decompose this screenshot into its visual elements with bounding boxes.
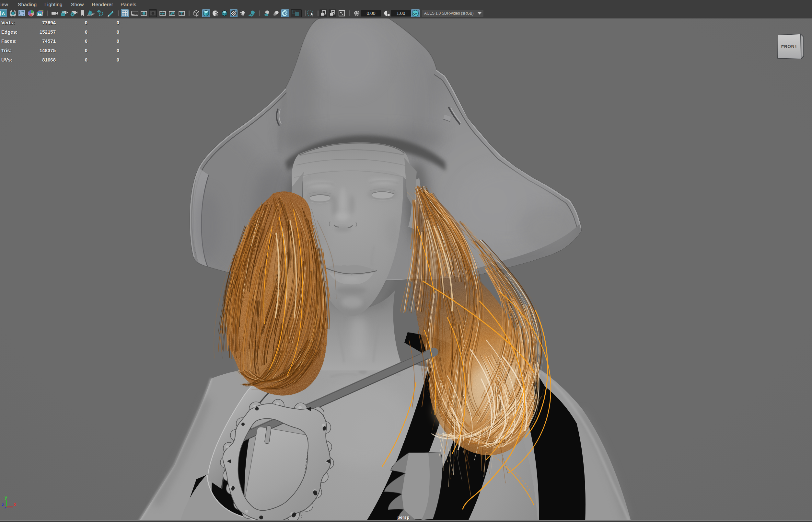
- lock-camera-icon[interactable]: [60, 9, 68, 17]
- hud-label: Verts:: [1, 20, 15, 25]
- view-cube-face-label: FRONT: [781, 44, 797, 49]
- region-select-icon[interactable]: [18, 9, 25, 17]
- hud-col3: 0: [97, 47, 119, 53]
- select-camera-icon[interactable]: [51, 9, 58, 17]
- letter-a-display-button[interactable]: A: [0, 9, 7, 17]
- wireframe-on-shaded-icon[interactable]: [212, 9, 219, 17]
- isolate-selected-icon[interactable]: [329, 9, 336, 17]
- toolbar-separator: [349, 11, 350, 16]
- panel-toolbar: AT0.001.00ONACES 1.0 SDR-video (sRGB): [0, 8, 812, 18]
- isolate-select-icon[interactable]: [320, 9, 327, 17]
- hud-col3: 0: [97, 20, 119, 25]
- hud-col2: 0: [65, 47, 88, 53]
- panel-top-bars: View Shading Lighting Show Renderer Pane…: [0, 0, 812, 18]
- field-chart-icon[interactable]: [159, 9, 167, 17]
- shaded-mode-button[interactable]: [202, 9, 210, 17]
- menu-show[interactable]: Show: [71, 0, 84, 8]
- menu-shading[interactable]: Shading: [18, 0, 37, 8]
- contrast-icon[interactable]: [383, 9, 391, 17]
- textured-mode-icon[interactable]: [221, 9, 228, 17]
- image-stack-icon[interactable]: [36, 9, 44, 17]
- svg-text:T: T: [180, 11, 183, 16]
- hud-col3: 0: [97, 29, 119, 35]
- all-lights-icon[interactable]: [239, 9, 247, 17]
- anti-aliasing-button[interactable]: [281, 9, 289, 17]
- wireframe-mode-icon[interactable]: [192, 9, 200, 17]
- grid-toggle-button[interactable]: [121, 9, 129, 17]
- hud-label: Edges:: [1, 29, 18, 35]
- depth-of-field-button[interactable]: [291, 9, 302, 17]
- hud-col2: 0: [65, 29, 88, 35]
- hud-count: 148375: [19, 47, 56, 53]
- film-gate-icon[interactable]: [131, 9, 139, 17]
- hud-label: Faces:: [1, 38, 17, 44]
- view-transform-dropdown-arrow[interactable]: [476, 10, 483, 17]
- axis-z-label: z: [2, 502, 4, 507]
- hud-col2: 0: [65, 38, 88, 44]
- color-wheel-icon[interactable]: [27, 9, 35, 17]
- color-management-on-button[interactable]: ON: [411, 9, 420, 17]
- menu-view[interactable]: View: [0, 0, 8, 8]
- hud-col2: 0: [65, 20, 88, 25]
- hud-count: 77694: [19, 20, 56, 25]
- menu-lighting[interactable]: Lighting: [44, 0, 62, 8]
- toolbar-separator: [305, 11, 306, 16]
- exposure-field[interactable]: 0.00: [361, 10, 381, 17]
- safe-title-icon[interactable]: T: [178, 9, 186, 17]
- view-transform-select[interactable]: ACES 1.0 SDR-video (sRGB): [422, 10, 477, 17]
- hud-col3: 0: [97, 38, 119, 44]
- ambient-occlusion-icon[interactable]: [263, 9, 271, 17]
- toolbar-separator: [317, 11, 318, 16]
- axis-y-label: y: [4, 495, 7, 500]
- shadows-icon[interactable]: [248, 9, 256, 17]
- image-plane-icon[interactable]: [87, 9, 95, 17]
- pan-zoom-icon[interactable]: [97, 9, 104, 17]
- menu-renderer[interactable]: Renderer: [92, 0, 113, 8]
- viewport-3d-scene[interactable]: [0, 0, 812, 522]
- motion-blur-icon[interactable]: [272, 9, 280, 17]
- viewport-snapshot-icon[interactable]: [338, 9, 346, 17]
- camera-attributes-icon[interactable]: [70, 9, 77, 17]
- grease-pencil-icon[interactable]: [106, 9, 114, 17]
- exposure-icon[interactable]: [353, 9, 361, 17]
- viewport-bottom-edge: [0, 520, 812, 522]
- gate-mask-button[interactable]: [149, 9, 157, 17]
- view-cube[interactable]: FRONT: [775, 32, 811, 69]
- hud-label: Tris:: [1, 47, 12, 53]
- hud-col2: 0: [65, 57, 88, 62]
- toolbar-separator: [47, 11, 48, 16]
- hud-count: 81668: [19, 57, 56, 62]
- use-default-material-button[interactable]: [230, 9, 237, 17]
- axis-x-label: x: [14, 501, 17, 507]
- svg-text:A: A: [2, 11, 5, 16]
- toolbar-separator: [189, 11, 190, 16]
- gamma-field[interactable]: 1.00: [391, 10, 411, 17]
- select-tool-icon[interactable]: [307, 9, 315, 17]
- menu-panels[interactable]: Panels: [120, 0, 136, 8]
- toolbar-separator: [118, 11, 119, 16]
- panel-menubar: View Shading Lighting Show Renderer Pane…: [0, 0, 812, 8]
- safe-action-icon[interactable]: [168, 9, 176, 17]
- camera-gate-icon[interactable]: [9, 9, 17, 17]
- hud-label: UVs:: [1, 57, 12, 62]
- camera-name-label[interactable]: persp: [387, 515, 420, 520]
- svg-text:ON: ON: [413, 12, 418, 15]
- toolbar-separator: [259, 11, 260, 16]
- bookmarks-icon[interactable]: [78, 9, 86, 17]
- hud-count: 152157: [19, 29, 56, 35]
- hud-col3: 0: [97, 57, 119, 62]
- resolution-gate-icon[interactable]: [140, 9, 148, 17]
- hud-count: 74571: [19, 38, 56, 44]
- axis-gizmo: y x z: [0, 491, 23, 519]
